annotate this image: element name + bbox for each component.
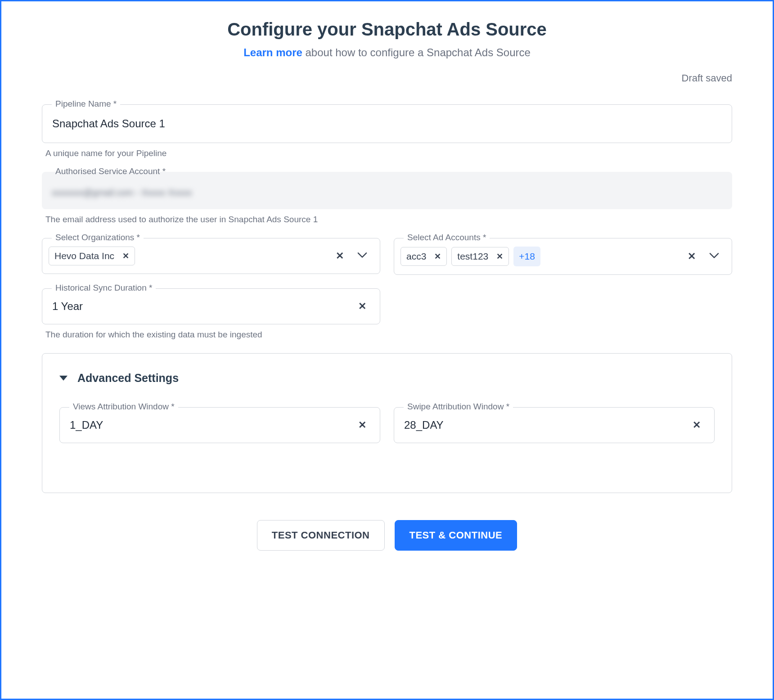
pipeline-name-label: Pipeline Name * bbox=[52, 99, 120, 109]
page-header: Configure your Snapchat Ads Source Learn… bbox=[42, 19, 732, 59]
footer-actions: TEST CONNECTION TEST & CONTINUE bbox=[42, 520, 732, 551]
swipe-attribution-label: Swipe Attribution Window * bbox=[404, 402, 513, 412]
clear-icon[interactable]: ✕ bbox=[358, 419, 366, 431]
test-continue-button[interactable]: TEST & CONTINUE bbox=[395, 520, 518, 551]
chevron-down-icon[interactable] bbox=[357, 252, 367, 260]
clear-icon[interactable]: ✕ bbox=[358, 301, 366, 312]
service-account-value: xxxxxxx@gmail.com - Xxxxx Xxxxx bbox=[52, 188, 192, 197]
attribution-row: Views Attribution Window * 1_DAY ✕ Swipe… bbox=[59, 407, 715, 443]
swipe-attribution-value: 28_DAY bbox=[404, 419, 444, 431]
caret-down-icon bbox=[59, 376, 68, 381]
advanced-settings-panel: Advanced Settings Views Attribution Wind… bbox=[42, 353, 732, 493]
views-attribution-value: 1_DAY bbox=[70, 419, 103, 431]
subtitle-text: about how to configure a Snapchat Ads So… bbox=[302, 46, 531, 58]
views-attribution-field: Views Attribution Window * 1_DAY ✕ bbox=[59, 407, 380, 443]
swipe-attribution-select[interactable]: 28_DAY ✕ bbox=[394, 407, 715, 443]
historical-sync-select[interactable]: 1 Year ✕ bbox=[42, 288, 380, 324]
pipeline-name-input[interactable] bbox=[42, 104, 732, 143]
ad-accounts-field: Select Ad Accounts * acc3 ✕ test123 ✕ +1… bbox=[394, 238, 732, 275]
config-page: Configure your Snapchat Ads Source Learn… bbox=[0, 0, 774, 700]
ad-accounts-select[interactable]: acc3 ✕ test123 ✕ +18 ✕ bbox=[394, 238, 732, 275]
close-icon[interactable]: ✕ bbox=[434, 251, 441, 261]
close-icon[interactable]: ✕ bbox=[496, 251, 503, 261]
page-subtitle: Learn more about how to configure a Snap… bbox=[42, 46, 732, 59]
service-account-field: Authorised Service Account * xxxxxxx@gma… bbox=[42, 172, 732, 209]
historical-sync-helper: The duration for which the existing data… bbox=[45, 330, 732, 340]
more-count-badge[interactable]: +18 bbox=[513, 247, 540, 266]
clear-icon[interactable]: ✕ bbox=[693, 419, 701, 431]
advanced-settings-toggle[interactable]: Advanced Settings bbox=[59, 372, 715, 385]
page-title: Configure your Snapchat Ads Source bbox=[42, 19, 732, 40]
org-chip: Hevo Data Inc ✕ bbox=[49, 247, 135, 265]
org-actions: ✕ bbox=[336, 250, 374, 262]
swipe-attribution-field: Swipe Attribution Window * 28_DAY ✕ bbox=[394, 407, 715, 443]
historical-sync-value: 1 Year bbox=[52, 300, 83, 313]
pipeline-name-field: Pipeline Name * bbox=[42, 104, 732, 143]
ad-account-chip-2: test123 ✕ bbox=[451, 247, 509, 266]
pipeline-name-helper: A unique name for your Pipeline bbox=[45, 148, 732, 158]
test-connection-button[interactable]: TEST CONNECTION bbox=[257, 520, 385, 551]
service-account-helper: The email address used to authorize the … bbox=[45, 215, 732, 224]
clear-icon[interactable]: ✕ bbox=[688, 251, 696, 262]
historical-sync-label: Historical Sync Duration * bbox=[52, 283, 156, 293]
chevron-down-icon[interactable] bbox=[709, 252, 719, 260]
org-chip-label: Hevo Data Inc bbox=[54, 251, 114, 261]
draft-saved-status: Draft saved bbox=[42, 72, 732, 84]
learn-more-link[interactable]: Learn more bbox=[243, 46, 302, 58]
clear-icon[interactable]: ✕ bbox=[336, 250, 344, 262]
ad-account-actions: ✕ bbox=[688, 251, 725, 262]
ad-account-chip-label: acc3 bbox=[406, 251, 426, 262]
org-adaccount-row: Select Organizations * Hevo Data Inc ✕ ✕… bbox=[42, 238, 732, 275]
ad-account-chip-1: acc3 ✕ bbox=[400, 247, 447, 266]
organizations-select[interactable]: Hevo Data Inc ✕ ✕ bbox=[42, 238, 380, 274]
views-attribution-label: Views Attribution Window * bbox=[69, 402, 178, 412]
ad-account-chip-label: test123 bbox=[457, 251, 488, 262]
advanced-settings-title: Advanced Settings bbox=[77, 372, 179, 385]
historical-sync-field: Historical Sync Duration * 1 Year ✕ bbox=[42, 288, 380, 324]
close-icon[interactable]: ✕ bbox=[122, 251, 129, 261]
ad-accounts-label: Select Ad Accounts * bbox=[404, 233, 490, 242]
views-attribution-select[interactable]: 1_DAY ✕ bbox=[59, 407, 380, 443]
organizations-field: Select Organizations * Hevo Data Inc ✕ ✕ bbox=[42, 238, 380, 275]
service-account-label: Authorised Service Account * bbox=[52, 166, 169, 176]
organizations-label: Select Organizations * bbox=[52, 233, 144, 242]
service-account-display: xxxxxxx@gmail.com - Xxxxx Xxxxx bbox=[42, 172, 732, 209]
